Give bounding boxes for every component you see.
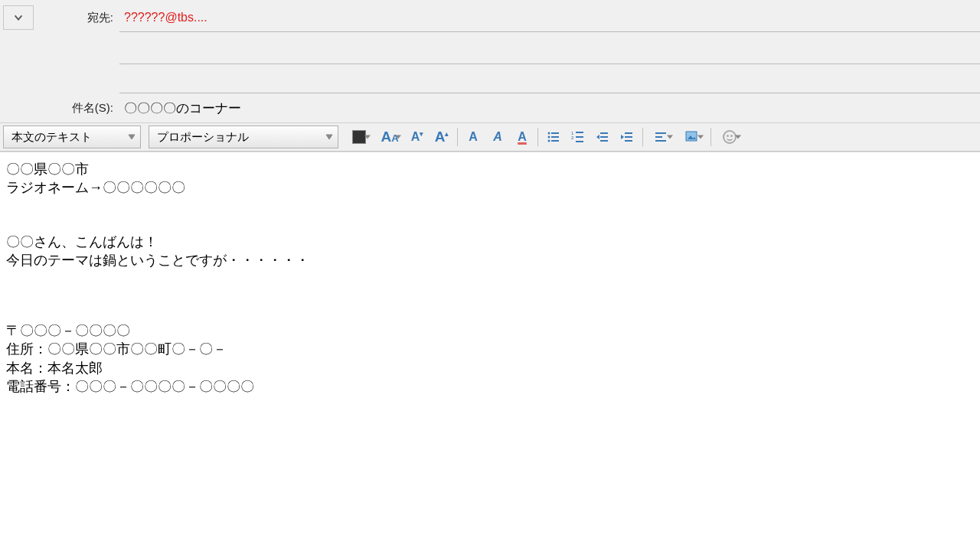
svg-marker-16 [596,135,599,139]
svg-rect-24 [686,132,697,141]
font-larger-icon: A▴ [435,129,449,145]
insert-image-button[interactable] [678,126,707,148]
svg-rect-5 [551,136,559,138]
bold-icon: A [469,130,478,144]
chevron-down-icon [325,133,333,141]
format-toolbar: 本文のテキスト プロポーショナル AA A▾ A▴ A A A [0,122,980,152]
svg-rect-21 [655,132,666,134]
svg-rect-14 [600,136,608,138]
body-line: ラジオネーム→〇〇〇〇〇〇 [6,178,974,197]
chevron-down-icon [128,133,136,141]
subject-field[interactable]: 〇〇〇〇のコーナー [119,93,980,122]
body-line: 〇〇さん、こんばんは！ [6,233,974,251]
separator [537,128,538,146]
separator [710,128,711,146]
bold-button[interactable]: A [462,126,485,148]
message-body[interactable]: 〇〇県〇〇市 ラジオネーム→〇〇〇〇〇〇 〇〇さん、こんばんは！ 今日のテーマは… [0,152,980,551]
svg-rect-23 [655,140,666,142]
expand-recipients-button[interactable] [3,5,34,30]
svg-rect-9 [576,132,583,133]
body-line: 今日のテーマは鍋ということですが・・・・・・ [6,251,974,269]
cc-field[interactable] [119,35,980,64]
svg-point-6 [548,140,550,142]
body-line: 住所：〇〇県〇〇市〇〇町〇－〇－ [6,340,974,358]
image-icon [685,130,699,144]
bulleted-list-button[interactable] [542,126,565,148]
body-line: 電話番号：〇〇〇－〇〇〇〇－〇〇〇〇 [6,377,974,396]
numbered-list-button[interactable]: 1 2 [567,126,590,148]
body-line: 〒〇〇〇－〇〇〇〇 [6,321,974,340]
body-line: 〇〇県〇〇市 [6,160,974,178]
blank-line [6,269,974,321]
color-swatch-icon [352,130,366,144]
font-smaller-button[interactable]: A▾ [406,126,429,148]
font-color-button[interactable] [345,126,374,148]
indent-icon [620,130,634,144]
font-smaller-icon: A▾ [411,130,424,144]
subject-value: 〇〇〇〇のコーナー [124,99,241,117]
svg-rect-12 [576,141,583,142]
bulleted-list-icon [547,130,560,144]
font-family-combo[interactable]: プロポーショナル [149,126,338,148]
font-family-value: プロポーショナル [157,130,249,145]
svg-rect-15 [600,140,608,142]
svg-marker-0 [129,135,135,139]
svg-rect-7 [551,140,559,142]
paragraph-style-combo[interactable]: 本文のテキスト [3,126,141,148]
cc-row [0,35,980,64]
text-align-button[interactable] [647,126,676,148]
italic-button[interactable]: A [486,126,509,148]
subject-row: 件名(S): 〇〇〇〇のコーナー [0,93,980,122]
svg-rect-11 [576,136,583,138]
insert-emoji-button[interactable] [715,126,744,148]
bcc-field[interactable] [119,64,980,93]
blank-line [6,197,974,233]
bcc-row [0,64,980,93]
align-left-icon [655,130,668,144]
font-size-icon: AA [381,129,398,145]
underline-icon: A [518,130,527,144]
paragraph-style-value: 本文のテキスト [11,130,92,145]
font-larger-button[interactable]: A▴ [430,126,453,148]
outdent-icon [596,130,609,144]
subject-label: 件名(S): [37,101,119,116]
svg-marker-20 [621,135,624,139]
svg-rect-17 [625,132,632,134]
to-field[interactable]: ??????@tbs.... [119,3,980,32]
compose-header: 宛先: ??????@tbs.... 件名(S): 〇〇〇〇のコーナー 本文のテ… [0,0,980,152]
svg-rect-18 [625,136,632,138]
smiley-icon [723,130,737,144]
svg-rect-22 [655,136,662,138]
svg-text:2: 2 [571,135,574,140]
to-row: 宛先: ??????@tbs.... [0,0,980,35]
separator [457,128,458,146]
font-size-button[interactable]: AA [375,126,404,148]
underline-button[interactable]: A [511,126,534,148]
body-line: 本名：本名太郎 [6,359,974,377]
to-label: 宛先: [37,11,119,25]
svg-rect-19 [625,140,632,142]
separator [642,128,643,146]
outdent-button[interactable] [591,126,614,148]
svg-point-2 [548,132,550,135]
italic-icon: A [493,130,502,144]
to-value: ??????@tbs.... [124,11,207,24]
svg-rect-13 [600,132,608,134]
indent-button[interactable] [616,126,639,148]
svg-rect-3 [551,132,559,134]
chevron-down-icon [13,12,24,23]
svg-marker-1 [326,135,332,139]
numbered-list-icon: 1 2 [571,130,585,144]
svg-point-4 [548,136,550,139]
